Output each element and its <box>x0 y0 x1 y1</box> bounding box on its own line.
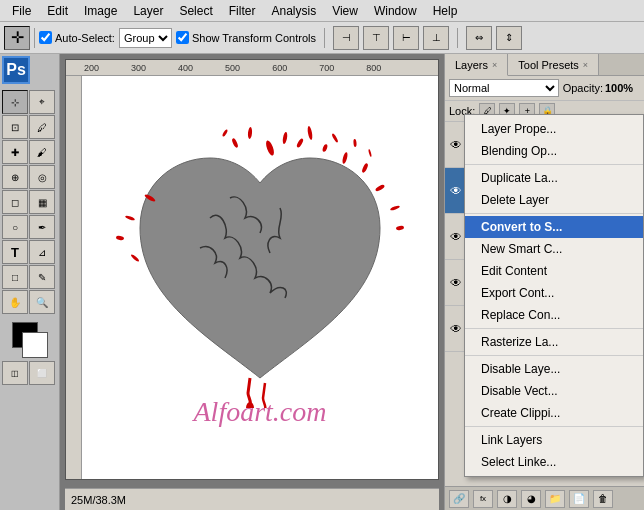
add-mask-btn[interactable]: ◑ <box>497 490 517 508</box>
align-btn-1[interactable]: ⊣ <box>333 26 359 50</box>
menu-help[interactable]: Help <box>425 2 466 20</box>
menu-analysis[interactable]: Analysis <box>263 2 324 20</box>
brush-tool[interactable]: 🖌 <box>29 140 55 164</box>
ctx-layer-properties[interactable]: Layer Prope... <box>465 118 643 140</box>
menu-edit[interactable]: Edit <box>39 2 76 20</box>
healing-tool[interactable]: ✚ <box>2 140 28 164</box>
layer-1-visibility[interactable]: 👁 <box>447 136 465 154</box>
new-adjustment-btn[interactable]: ◕ <box>521 490 541 508</box>
ctx-link-layers[interactable]: Link Layers <box>465 429 643 451</box>
ctx-rasterize-layer[interactable]: Rasterize La... <box>465 331 643 353</box>
main-layout: Ps ⊹ ⌖ ⊡ 🖊 ✚ 🖌 ⊕ ◎ ◻ ▦ ○ ✒ T ⊿ <box>0 54 644 510</box>
lasso-tool[interactable]: ⌖ <box>29 90 55 114</box>
ctx-blending-options[interactable]: Blending Op... <box>465 140 643 162</box>
notes-tool[interactable]: ✎ <box>29 265 55 289</box>
eyedropper-tool[interactable]: 🖊 <box>29 115 55 139</box>
ps-badge: Ps <box>2 56 30 84</box>
menu-layer[interactable]: Layer <box>125 2 171 20</box>
crop-tool[interactable]: ⊡ <box>2 115 28 139</box>
layers-tab-close[interactable]: × <box>492 60 497 70</box>
path-tool[interactable]: ⊿ <box>29 240 55 264</box>
ctx-select-linked[interactable]: Select Linke... <box>465 451 643 473</box>
svg-point-12 <box>222 128 229 136</box>
screen-mode-btn[interactable]: ⬜ <box>29 361 55 385</box>
background-color[interactable] <box>22 332 48 358</box>
gradient-tool[interactable]: ▦ <box>29 190 55 214</box>
ctx-disable-layer-mask[interactable]: Disable Laye... <box>465 358 643 380</box>
ctx-convert-to-smart[interactable]: Convert to S... <box>465 216 643 238</box>
shape-tool[interactable]: □ <box>2 265 28 289</box>
svg-point-15 <box>116 235 125 240</box>
menu-view[interactable]: View <box>324 2 366 20</box>
delete-layer-btn[interactable]: 🗑 <box>593 490 613 508</box>
add-style-btn[interactable]: fx <box>473 490 493 508</box>
ruler-left <box>66 76 82 479</box>
toolbar: ✛ Auto-Select: Group Show Transform Cont… <box>0 22 644 54</box>
move-tool-button[interactable]: ✛ <box>4 26 30 50</box>
watermark-text: Alfoart.com <box>194 396 327 428</box>
pen-tool[interactable]: ✒ <box>29 215 55 239</box>
selection-tool[interactable]: ⊹ <box>2 90 28 114</box>
tab-tool-presets[interactable]: Tool Presets × <box>508 54 599 75</box>
auto-select-mode[interactable]: Group <box>119 28 172 48</box>
align-btn-3[interactable]: ⊢ <box>393 26 419 50</box>
ruler-top: 200 300 400 500 600 700 800 <box>66 60 438 76</box>
hand-tool[interactable]: ✋ <box>2 290 28 314</box>
menu-filter[interactable]: Filter <box>221 2 264 20</box>
ctx-replace-content[interactable]: Replace Con... <box>465 304 643 326</box>
svg-point-19 <box>396 225 405 230</box>
svg-point-9 <box>368 148 372 156</box>
dodge-tool[interactable]: ○ <box>2 215 28 239</box>
ctx-export-content[interactable]: Export Cont... <box>465 282 643 304</box>
svg-point-16 <box>130 253 140 262</box>
menu-file[interactable]: File <box>4 2 39 20</box>
blend-mode-select[interactable]: Normal <box>449 79 559 97</box>
layers-panel: Layers × Tool Presets × Normal Opacity: … <box>444 54 644 510</box>
history-tool[interactable]: ◎ <box>29 165 55 189</box>
canvas-area: 200 300 400 500 600 700 800 <box>60 54 444 510</box>
menu-select[interactable]: Select <box>171 2 220 20</box>
tab-layers[interactable]: Layers × <box>445 54 508 76</box>
type-tool[interactable]: T <box>2 240 28 264</box>
auto-select-checkbox[interactable] <box>39 31 52 44</box>
ctx-duplicate-layer[interactable]: Duplicate La... <box>465 167 643 189</box>
ctx-new-smart-object[interactable]: New Smart C... <box>465 238 643 260</box>
layer-4-visibility[interactable]: 👁 <box>447 274 465 292</box>
transform-controls-label: Show Transform Controls <box>176 31 316 44</box>
align-btn-4[interactable]: ⊥ <box>423 26 449 50</box>
canvas-status: 25M/38.3M <box>65 488 439 510</box>
svg-point-17 <box>375 183 386 191</box>
menu-bar: File Edit Image Layer Select Filter Anal… <box>0 0 644 22</box>
layer-3-visibility[interactable]: 👁 <box>447 228 465 246</box>
canvas-content[interactable]: Alfoart.com <box>82 76 438 479</box>
svg-point-6 <box>342 151 349 164</box>
menu-window[interactable]: Window <box>366 2 425 20</box>
distribute-btn-1[interactable]: ⇔ <box>466 26 492 50</box>
eraser-tool[interactable]: ◻ <box>2 190 28 214</box>
ctx-sep-1 <box>465 164 643 165</box>
link-layers-btn[interactable]: 🔗 <box>449 490 469 508</box>
ctx-sep-5 <box>465 426 643 427</box>
opacity-row: Opacity: 100% <box>563 82 640 94</box>
align-btn-2[interactable]: ⊤ <box>363 26 389 50</box>
heart-artwork <box>110 118 410 408</box>
new-group-btn[interactable]: 📁 <box>545 490 565 508</box>
svg-point-7 <box>353 138 357 146</box>
menu-image[interactable]: Image <box>76 2 125 20</box>
svg-point-5 <box>331 132 339 142</box>
transform-controls-checkbox[interactable] <box>176 31 189 44</box>
layer-5-visibility[interactable]: 👁 <box>447 320 465 338</box>
svg-point-10 <box>247 126 252 138</box>
ctx-edit-content[interactable]: Edit Content <box>465 260 643 282</box>
panel-tabs: Layers × Tool Presets × <box>445 54 644 76</box>
distribute-btn-2[interactable]: ⇕ <box>496 26 522 50</box>
quick-mask-btn[interactable]: ◫ <box>2 361 28 385</box>
ctx-create-clipping[interactable]: Create Clippi... <box>465 402 643 424</box>
ctx-delete-layer[interactable]: Delete Layer <box>465 189 643 211</box>
ctx-disable-vector[interactable]: Disable Vect... <box>465 380 643 402</box>
clone-tool[interactable]: ⊕ <box>2 165 28 189</box>
layer-2-visibility[interactable]: 👁 <box>447 182 465 200</box>
new-layer-btn[interactable]: 📄 <box>569 490 589 508</box>
tool-presets-tab-close[interactable]: × <box>583 60 588 70</box>
zoom-tool[interactable]: 🔍 <box>29 290 55 314</box>
